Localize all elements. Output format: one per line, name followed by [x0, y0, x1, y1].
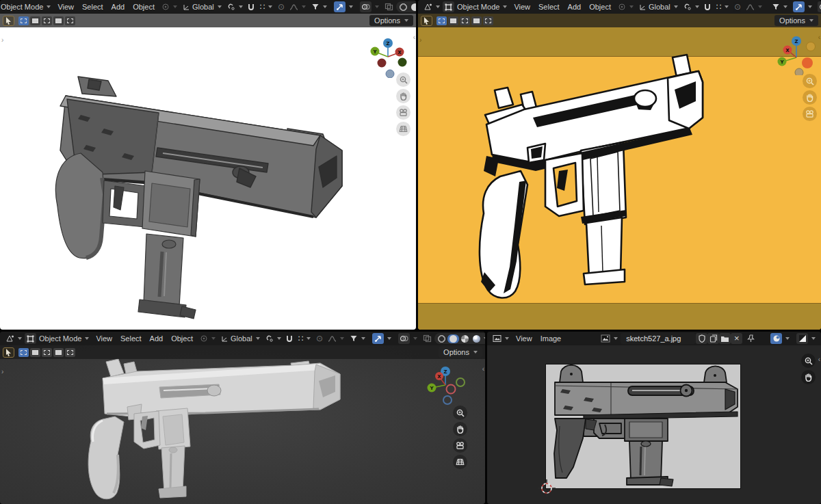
- select-mode-extend[interactable]: [30, 16, 40, 25]
- options-dropdown[interactable]: Options: [369, 15, 413, 26]
- overlays-toggle[interactable]: [360, 1, 372, 12]
- display-mode-dropdown[interactable]: [794, 333, 818, 344]
- select-mode-intersect[interactable]: [65, 16, 75, 25]
- zoom-icon[interactable]: [801, 354, 816, 368]
- shading-solid[interactable]: [447, 334, 459, 343]
- filter-dropdown[interactable]: [309, 1, 330, 12]
- navigation-gizmo[interactable]: Z Y X: [425, 364, 467, 407]
- ortho-grid-icon[interactable]: [453, 455, 467, 469]
- overlays-dropdown[interactable]: [395, 333, 420, 344]
- transform-pivot-dropdown[interactable]: [159, 1, 180, 12]
- proportional-edit-toggle[interactable]: ⊙: [731, 1, 743, 12]
- sidebar-toggle[interactable]: ‹: [482, 366, 484, 373]
- shading-material[interactable]: [459, 334, 471, 343]
- reference-image[interactable]: [546, 364, 740, 488]
- transform-pivot-dropdown[interactable]: [615, 1, 636, 12]
- menu-view[interactable]: View: [510, 3, 534, 11]
- active-tool-button[interactable]: [421, 16, 432, 26]
- gizmos-dropdown[interactable]: [790, 1, 815, 12]
- menu-add[interactable]: Add: [107, 3, 129, 11]
- snap-target-dropdown[interactable]: [681, 1, 702, 12]
- overlays-dropdown[interactable]: [815, 1, 821, 12]
- snap-target-dropdown[interactable]: [224, 1, 246, 12]
- orientation-dropdown[interactable]: Global: [180, 1, 224, 12]
- menu-view[interactable]: View: [512, 334, 536, 343]
- shading-wireframe[interactable]: [436, 334, 447, 343]
- select-mode-new[interactable]: [18, 16, 29, 25]
- toolbar-toggle[interactable]: ›: [1, 369, 3, 375]
- editor-type-dropdown[interactable]: [490, 333, 512, 344]
- falloff-dropdown[interactable]: [287, 1, 309, 12]
- select-mode-subtract[interactable]: [460, 16, 470, 25]
- snap-magnet-toggle[interactable]: [246, 1, 257, 12]
- camera-view-icon[interactable]: [396, 105, 410, 120]
- select-mode-invert[interactable]: [471, 16, 482, 25]
- select-mode-intersect[interactable]: [65, 348, 75, 357]
- shading-rendered[interactable]: [471, 334, 482, 343]
- mode-dropdown[interactable]: Object Mode: [0, 1, 53, 12]
- gizmos-dropdown[interactable]: [369, 333, 394, 344]
- pan-hand-icon[interactable]: [803, 90, 817, 105]
- menu-object[interactable]: Object: [167, 334, 197, 343]
- gun-model-rendered[interactable]: [0, 14, 416, 330]
- sidebar-toggle[interactable]: ‹: [818, 356, 820, 363]
- zoom-icon[interactable]: [396, 72, 410, 87]
- menu-object[interactable]: Object: [129, 3, 159, 11]
- alpha-display-toggle[interactable]: [796, 333, 808, 344]
- snap-mode-dropdown[interactable]: ∷: [296, 333, 314, 344]
- menu-select[interactable]: Select: [78, 3, 107, 11]
- menu-select[interactable]: Select: [534, 3, 564, 11]
- toolbar-toggle[interactable]: ›: [1, 37, 3, 44]
- overlays-dropdown[interactable]: [357, 1, 382, 12]
- editor-type-dropdown[interactable]: [3, 333, 25, 344]
- select-mode-extend[interactable]: [30, 348, 40, 357]
- select-mode-subtract[interactable]: [42, 348, 52, 357]
- snap-magnet-toggle[interactable]: [284, 333, 296, 344]
- gizmo-toggle[interactable]: [372, 333, 384, 344]
- snap-mode-dropdown[interactable]: ∷: [714, 1, 732, 12]
- channels-toggle[interactable]: [770, 333, 782, 344]
- gizmos-dropdown[interactable]: [331, 1, 356, 12]
- options-dropdown[interactable]: Options: [439, 347, 482, 358]
- mode-dropdown[interactable]: Object Mode: [454, 1, 510, 12]
- transform-pivot-dropdown[interactable]: [197, 333, 218, 344]
- image-browse-dropdown[interactable]: [598, 333, 621, 344]
- sidebar-toggle[interactable]: ‹: [818, 34, 820, 41]
- overlays-toggle[interactable]: [818, 1, 821, 12]
- falloff-dropdown[interactable]: [743, 1, 765, 12]
- cursor-2d[interactable]: [538, 479, 556, 497]
- menu-view[interactable]: View: [92, 334, 116, 343]
- filter-dropdown[interactable]: [347, 333, 368, 344]
- filter-dropdown[interactable]: [769, 1, 790, 12]
- zoom-icon[interactable]: [453, 406, 467, 420]
- menu-image[interactable]: Image: [536, 334, 566, 343]
- camera-view-icon[interactable]: [453, 438, 467, 453]
- select-mode-invert[interactable]: [53, 348, 64, 357]
- select-mode-new[interactable]: [18, 348, 29, 357]
- navigation-gizmo[interactable]: Z Y X: [367, 36, 409, 78]
- zoom-icon[interactable]: [803, 74, 817, 88]
- mode-dropdown[interactable]: Object Mode: [36, 333, 92, 344]
- menu-add[interactable]: Add: [146, 334, 168, 343]
- pan-hand-icon[interactable]: [453, 422, 467, 436]
- sidebar-toggle[interactable]: ‹: [413, 34, 415, 41]
- open-image-button[interactable]: [719, 333, 731, 344]
- snap-mode-dropdown[interactable]: ∷: [257, 1, 276, 12]
- orientation-dropdown[interactable]: Global: [636, 1, 681, 12]
- menu-select[interactable]: Select: [116, 334, 146, 343]
- orientation-dropdown[interactable]: Global: [218, 333, 263, 344]
- viewport-canvas-rendered[interactable]: Options Z Y X › ‹: [0, 14, 416, 330]
- gun-model-toon[interactable]: [418, 14, 821, 330]
- proportional-edit-toggle[interactable]: ⊙: [313, 333, 325, 344]
- editor-type-dropdown[interactable]: [421, 1, 443, 12]
- active-tool-button[interactable]: [3, 16, 14, 26]
- fake-user-toggle[interactable]: [696, 333, 707, 344]
- viewport-canvas-toon[interactable]: Options Z Y X › ‹: [418, 14, 821, 330]
- shading-dropdown[interactable]: [484, 337, 485, 340]
- pan-hand-icon[interactable]: [801, 370, 816, 384]
- options-dropdown[interactable]: Options: [774, 15, 818, 26]
- navigation-gizmo[interactable]: Z Y X: [773, 33, 816, 75]
- image-name-field[interactable]: sketch527_a.jpg: [621, 333, 696, 344]
- image-editor-canvas[interactable]: ‹: [487, 345, 821, 504]
- display-channels-dropdown[interactable]: [768, 333, 792, 344]
